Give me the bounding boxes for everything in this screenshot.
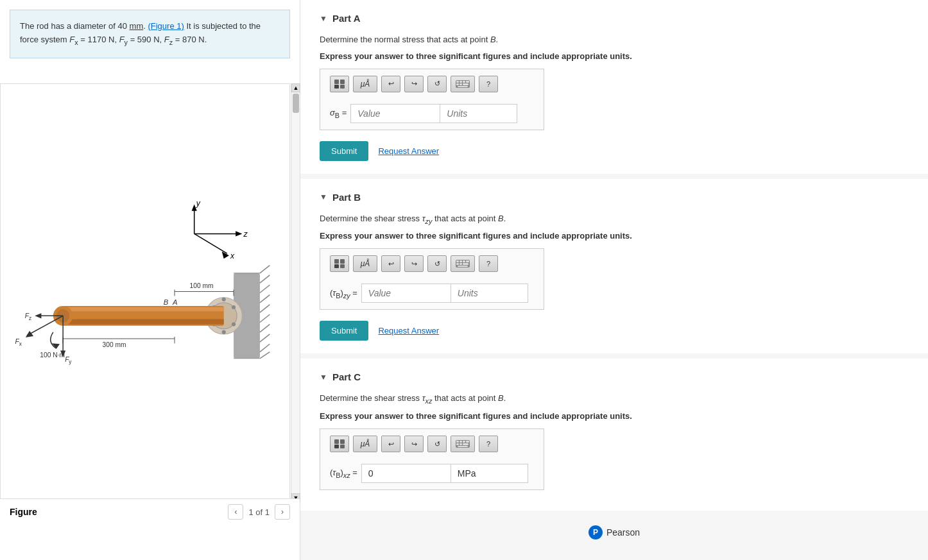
part-c-muA-btn[interactable]: μÅ	[353, 436, 377, 452]
figure-link[interactable]: (Figure 1)	[148, 21, 184, 31]
svg-rect-67	[463, 81, 465, 83]
svg-rect-60	[334, 80, 339, 84]
part-b-collapse[interactable]: ▼	[320, 192, 327, 201]
svg-rect-62	[334, 85, 339, 89]
part-b-units-input[interactable]	[451, 284, 528, 303]
part-b-title: Part B	[332, 192, 361, 203]
part-c-collapse[interactable]: ▼	[320, 373, 327, 382]
part-b-help-btn[interactable]: ?	[479, 255, 498, 272]
svg-rect-63	[340, 85, 345, 89]
svg-text:y: y	[196, 199, 201, 208]
part-b-keyboard-btn[interactable]	[451, 255, 475, 272]
part-b-undo-btn[interactable]: ↩	[381, 255, 400, 272]
svg-rect-70	[460, 83, 462, 85]
part-c-keyboard-btn[interactable]	[451, 436, 475, 452]
svg-rect-93	[463, 441, 465, 443]
svg-rect-91	[456, 441, 459, 443]
svg-rect-80	[463, 260, 465, 262]
svg-text:x: x	[19, 341, 22, 347]
right-panel: ▼ Part A Determine the normal stress tha…	[300, 0, 928, 560]
svg-point-28	[222, 330, 226, 334]
part-b-request-answer-button[interactable]: Request Answer	[378, 326, 439, 335]
pearson-label: Pearson	[606, 527, 640, 538]
figure-area: y x z	[0, 83, 290, 502]
svg-rect-82	[456, 263, 459, 265]
part-c-undo-btn[interactable]: ↩	[381, 436, 400, 452]
part-a-value-input[interactable]	[350, 104, 440, 123]
part-a-action-row: Submit Request Answer	[320, 141, 909, 161]
pearson-logo: P	[589, 525, 603, 539]
figure-nav: ‹ 1 of 1 ›	[228, 504, 290, 520]
part-b-formula-label: (τB)zy =	[330, 288, 357, 300]
part-a-section: ▼ Part A Determine the normal stress tha…	[300, 0, 928, 174]
part-c-answer-box: μÅ ↩ ↪ ↺ ? (τB)xz =	[320, 428, 544, 490]
part-a-muA-btn[interactable]: μÅ	[353, 76, 377, 92]
part-a-collapse[interactable]: ▼	[320, 14, 327, 23]
part-b-matrix-btn[interactable]	[330, 255, 349, 272]
svg-rect-92	[460, 441, 462, 443]
part-a-keyboard-btn[interactable]	[451, 76, 475, 92]
part-a-formula-label: σB =	[330, 108, 347, 119]
figure-next-button[interactable]: ›	[275, 504, 290, 520]
svg-rect-76	[340, 264, 345, 268]
part-b-action-row: Submit Request Answer	[320, 321, 909, 341]
part-c-input-row: (τB)xz =	[330, 464, 534, 483]
part-b-toolbar: μÅ ↩ ↪ ↺ ?	[330, 255, 534, 277]
left-panel: The rod has a diameter of 40 mm. (Figure…	[0, 0, 300, 560]
part-b-refresh-btn[interactable]: ↺	[427, 255, 447, 272]
svg-text:300 mm: 300 mm	[103, 341, 126, 348]
part-a-help-btn[interactable]: ?	[479, 76, 498, 92]
svg-text:z: z	[29, 316, 31, 321]
figure-scrollbar[interactable]: ▲ ▼	[291, 83, 300, 502]
part-a-submit-button[interactable]: Submit	[320, 141, 368, 161]
svg-text:z: z	[243, 230, 248, 239]
part-c-instruction: Express your answer to three significant…	[320, 411, 909, 421]
problem-text-content: The rod has a diameter of 40 mm. (Figure…	[20, 21, 261, 44]
svg-rect-69	[456, 83, 459, 85]
figure-prev-button[interactable]: ‹	[228, 504, 243, 520]
svg-point-27	[232, 323, 236, 327]
svg-text:x: x	[230, 251, 235, 260]
part-c-value-input[interactable]	[361, 464, 451, 483]
svg-rect-68	[466, 81, 469, 83]
part-a-undo-btn[interactable]: ↩	[381, 76, 400, 92]
part-b-muA-btn[interactable]: μÅ	[353, 255, 377, 272]
part-a-units-input[interactable]	[440, 104, 517, 123]
part-b-input-row: (τB)zy =	[330, 284, 534, 303]
svg-rect-78	[456, 260, 459, 262]
scrollbar-thumb[interactable]	[293, 94, 299, 113]
svg-rect-84	[463, 263, 468, 265]
pearson-footer: P Pearson	[300, 516, 928, 549]
svg-rect-72	[458, 86, 468, 87]
figure-title: Figure	[10, 507, 37, 517]
part-b-answer-box: μÅ ↩ ↪ ↺ ? (τB)zy =	[320, 248, 544, 310]
part-a-request-answer-button[interactable]: Request Answer	[378, 146, 439, 156]
svg-rect-33	[63, 319, 224, 324]
svg-rect-75	[334, 264, 339, 268]
force-equations: Fx = 1170 N, Fy = 590 N, Fz = 870 N.	[69, 35, 207, 44]
svg-rect-98	[458, 446, 468, 447]
part-a-redo-btn[interactable]: ↪	[404, 76, 424, 92]
part-b-submit-button[interactable]: Submit	[320, 321, 368, 341]
part-a-refresh-btn[interactable]: ↺	[427, 76, 447, 92]
part-c-units-input[interactable]	[451, 464, 528, 483]
svg-rect-61	[340, 80, 345, 84]
svg-rect-85	[458, 266, 468, 267]
svg-rect-88	[334, 445, 339, 448]
figure-page: 1 of 1	[248, 507, 270, 517]
part-c-refresh-btn[interactable]: ↺	[427, 436, 447, 452]
part-b-section: ▼ Part B Determine the shear stress τzy …	[300, 179, 928, 354]
figure-header: Figure ‹ 1 of 1 ›	[0, 498, 300, 525]
part-c-redo-btn[interactable]: ↪	[404, 436, 424, 452]
part-b-value-input[interactable]	[361, 284, 451, 303]
svg-text:B: B	[164, 298, 169, 306]
part-c-matrix-btn[interactable]	[330, 436, 349, 452]
part-c-help-btn[interactable]: ?	[479, 436, 498, 452]
part-b-redo-btn[interactable]: ↪	[404, 255, 424, 272]
scroll-up-arrow[interactable]: ▲	[291, 83, 300, 92]
part-a-matrix-btn[interactable]	[330, 76, 349, 92]
part-c-toolbar: μÅ ↩ ↪ ↺ ?	[330, 436, 534, 457]
svg-rect-95	[456, 443, 459, 445]
svg-rect-73	[334, 259, 339, 264]
part-c-formula-label: (τB)xz =	[330, 468, 357, 479]
